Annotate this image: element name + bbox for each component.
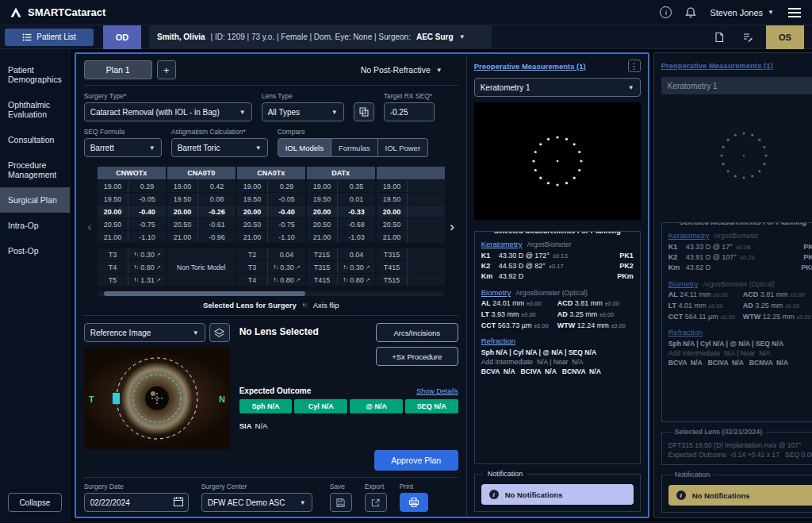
iol-toric-cell[interactable]: T3↑↓0.30↗ <box>98 248 166 260</box>
approve-plan-button[interactable]: Approve Plan <box>374 450 458 471</box>
post-refractive-select[interactable]: No Post-Refractive ▼ <box>361 65 442 75</box>
iol-power-cell[interactable]: 20.00-0.26 <box>167 206 236 217</box>
table-scroll-right-icon[interactable]: › <box>446 220 458 233</box>
iol-power-cell[interactable]: 21.00 <box>377 231 445 243</box>
iol-power-cell[interactable]: 20.50-0.75 <box>98 218 166 230</box>
iol-power-cell[interactable]: 19.50-0.05 <box>98 193 166 205</box>
iol-power-cell[interactable]: 19.500.01 <box>307 193 375 205</box>
keratometry-group: KeratometryArgosBiometerK143.33 D @ 17°±… <box>668 231 812 273</box>
app-body: Patient DemographicsOphthalmic Evaluatio… <box>0 49 812 521</box>
iol-column-header[interactable]: CNWOTx <box>98 167 166 179</box>
os-preop-measurements-link[interactable]: Preoperative Measurements (1) <box>661 61 773 70</box>
toric-cylinder-value: ↑↓0.80↗ <box>338 274 374 286</box>
iol-power-cell[interactable]: 19.000.29 <box>237 180 305 192</box>
iol-column-header[interactable]: CNA0Tx <box>237 167 305 179</box>
patient-list-button[interactable]: Patient List <box>5 29 94 46</box>
iol-column-header[interactable]: CNA0T0 <box>167 167 236 179</box>
keratometry-link[interactable]: Keratometry <box>481 240 523 248</box>
seq-formula-select[interactable]: Barrett ▼ <box>84 138 162 157</box>
iol-column-header[interactable] <box>377 167 445 179</box>
iol-power-cell[interactable]: 20.50-0.61 <box>167 218 236 230</box>
lens-type-select[interactable]: All Types ▼ <box>262 102 344 121</box>
layers-button[interactable] <box>209 323 230 342</box>
compare-option-iol-power[interactable]: IOL Power <box>378 138 429 157</box>
plan-tab[interactable]: Plan 1 <box>84 60 152 79</box>
tab-od[interactable]: OD <box>103 25 141 49</box>
print-button[interactable] <box>400 493 428 512</box>
refraction-link[interactable]: Refraction <box>481 336 515 345</box>
iol-toric-cell[interactable]: T315↑↓0.30↗ <box>307 261 375 273</box>
biometry-link[interactable]: Biometry <box>481 288 511 297</box>
collapse-button[interactable]: Collapse <box>8 493 62 512</box>
iol-power-cell[interactable]: 19.00 <box>377 180 445 192</box>
reference-image-select[interactable]: Reference Image ▼ <box>84 323 205 342</box>
iol-toric-cell[interactable]: T5↑↓1.31↗ <box>98 274 166 286</box>
patient-info-strip: Smith, Olivia | ID: 1209 | 73 y.o. | Fem… <box>149 25 492 49</box>
od-keratometry-select[interactable]: Keratometry 1 ▼ <box>474 78 641 97</box>
table-scroll-left-icon[interactable]: ‹ <box>84 220 96 233</box>
iol-toric-cell[interactable]: T20.04 <box>237 248 305 260</box>
iol-power-cell[interactable]: 21.00-1.03 <box>307 231 375 243</box>
iol-power-cell[interactable]: 19.50 <box>377 193 445 205</box>
axis-flip-icon[interactable]: ↑↓ <box>302 302 308 309</box>
iol-power-cell[interactable]: 20.00-0.40 <box>98 206 166 217</box>
surgery-center-select[interactable]: DFW AEC Demo ASC ▼ <box>201 493 312 512</box>
add-plan-button[interactable]: + <box>157 60 176 79</box>
tab-os[interactable]: OS <box>766 25 804 49</box>
calendar-icon[interactable] <box>173 496 184 507</box>
iol-power-cell[interactable]: 21.00-1.10 <box>237 231 305 243</box>
notifications-bell-icon[interactable] <box>684 6 697 19</box>
surgery-type-select[interactable]: Cataract Removal (with IOL - in Bag) ▼ <box>84 102 252 121</box>
compare-option-formulas[interactable]: Formulas <box>331 138 378 157</box>
iol-power-cell[interactable]: 20.00-0.33 <box>307 206 375 217</box>
iol-toric-cell[interactable]: T415 <box>377 261 445 273</box>
iol-power-cell[interactable]: 20.50-0.75 <box>237 218 305 230</box>
iol-power-cell[interactable]: 20.00-0.40 <box>237 206 305 217</box>
sidebar-item-post-op[interactable]: Post-Op <box>0 238 70 263</box>
astigmatism-select[interactable]: Barrett Toric ▼ <box>171 138 268 157</box>
od-preop-measurements-link[interactable]: Preoperative Measurements (1) <box>474 62 586 71</box>
iol-power-cell[interactable]: 19.000.35 <box>307 180 375 192</box>
iol-power-cell[interactable]: 19.50-0.05 <box>237 193 305 205</box>
od-kebab-menu-icon[interactable]: ⋮ <box>628 60 641 72</box>
iol-power-cell[interactable]: 20.50 <box>377 218 445 230</box>
iol-toric-cell[interactable]: T4↑↓0.80↗ <box>237 274 305 286</box>
surgeon-chevron-down-icon[interactable]: ▼ <box>459 33 465 40</box>
iol-column-header[interactable]: DATx <box>307 167 375 179</box>
report-document-button[interactable] <box>709 29 730 46</box>
sidebar-item-ophthalmic-evaluation[interactable]: Ophthalmic Evaluation <box>0 92 70 127</box>
save-button[interactable] <box>330 493 352 512</box>
iol-toric-cell[interactable]: T2150.04 <box>307 248 375 260</box>
notes-edit-button[interactable] <box>737 29 758 46</box>
chevron-down-icon: ▼ <box>768 9 774 16</box>
user-menu[interactable]: Steven Jones ▼ <box>710 8 774 17</box>
iol-toric-cell[interactable]: T415↑↓0.80↗ <box>307 274 375 286</box>
sidebar-item-procedure-management[interactable]: Procedure Management <box>0 152 70 187</box>
iol-toric-cell[interactable]: T4↑↓0.80↗ <box>98 261 166 273</box>
iol-power-cell[interactable]: 21.00-1.10 <box>98 231 166 243</box>
sidebar-item-consultation[interactable]: Consultation <box>0 127 70 152</box>
sx-procedure-button[interactable]: +Sx Procedure <box>376 347 458 366</box>
export-button[interactable] <box>365 493 387 512</box>
iol-power-cell[interactable]: 19.000.29 <box>98 180 166 192</box>
iol-toric-cell[interactable]: T3↑↓0.30↗ <box>237 261 305 273</box>
menu-icon[interactable] <box>787 6 802 19</box>
iol-toric-cell[interactable]: T515 <box>377 274 445 286</box>
iol-power-cell[interactable]: 20.50-0.68 <box>307 218 375 230</box>
sidebar-item-surgical-plan[interactable]: Surgical Plan <box>0 187 70 213</box>
iol-power-cell[interactable]: 21.00-0.96 <box>167 231 236 243</box>
compare-option-iol-models[interactable]: IOL Models <box>278 138 331 157</box>
sidebar-item-patient-demographics[interactable]: Patient Demographics <box>0 57 70 92</box>
iol-power-cell[interactable]: 19.500.08 <box>167 193 236 205</box>
iol-power-cell[interactable]: 20.00 <box>377 206 445 217</box>
surgery-center-label: Surgery Center <box>201 483 312 490</box>
lens-constants-button[interactable] <box>354 102 374 121</box>
iol-power-cell[interactable]: 19.000.42 <box>167 180 236 192</box>
iol-toric-cell[interactable]: T315 <box>377 248 445 260</box>
sidebar-item-intra-op[interactable]: Intra-Op <box>0 213 70 238</box>
arcs-incisions-button[interactable]: Arcs/Incisions <box>376 323 458 342</box>
info-icon[interactable]: i <box>660 6 672 18</box>
lens-type-value: All Types <box>268 108 300 117</box>
target-rx-input[interactable] <box>384 102 435 121</box>
show-details-link[interactable]: Show Details <box>416 387 458 395</box>
